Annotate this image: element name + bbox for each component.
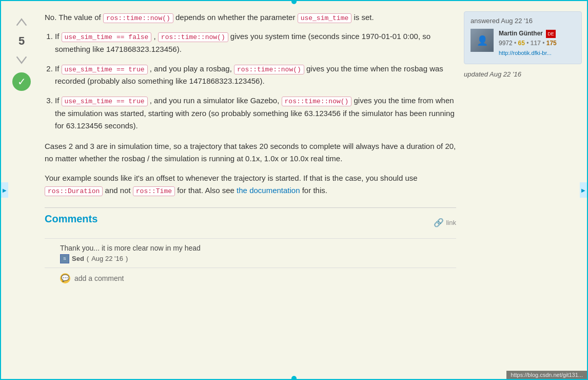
dot3: • xyxy=(542,40,544,47)
intro-text: No. The value of xyxy=(45,13,101,22)
list-item-2: If use_sim_time == true , and you play a… xyxy=(55,63,456,88)
condition-list: If use_sim_time == false , ros::time::no… xyxy=(55,30,456,132)
avatar-image: 👤 xyxy=(471,29,494,52)
para2-start: Your example sounds like it's an offset … xyxy=(45,174,418,182)
accepted-checkmark: ✓ xyxy=(12,72,31,91)
comment-paren-open: ( xyxy=(87,255,89,262)
link-label: link xyxy=(446,219,456,226)
user-flag: DE xyxy=(546,30,556,38)
dot1: • xyxy=(514,40,516,47)
intro-middle: depends on whether the parameter xyxy=(175,13,296,22)
add-comment-icon: 💬 xyxy=(60,273,70,283)
user-stats: 9972 • 65 • 117 • 175 xyxy=(499,39,557,48)
bottom-indicator xyxy=(291,376,297,379)
list3-code2: ros::time::now() xyxy=(282,97,352,106)
paragraph2: Your example sounds like it's an offset … xyxy=(45,172,456,197)
intro-end: is set. xyxy=(354,13,374,22)
add-comment-label: add a comment xyxy=(74,274,124,282)
answer-meta-box: answered Aug 22 '16 👤 Martin Günther DE … xyxy=(464,11,582,64)
user-silver: 117 xyxy=(531,40,541,47)
user-rep: 9972 xyxy=(499,40,513,47)
vote-column: 5 ✓ xyxy=(6,11,37,286)
user-link[interactable]: http://robotik.dfki-br... xyxy=(499,50,552,56)
comment-item-1: Thank you... it is more clear now in my … xyxy=(45,238,456,268)
answer-body: No. The value of ros::time::now() depend… xyxy=(45,11,456,286)
comment-date-1: Aug 22 '16 xyxy=(91,255,123,262)
answered-label: answered Aug 22 '16 xyxy=(471,17,575,25)
list1-code1: use_sim_time == false xyxy=(62,32,152,42)
comment-text-1: Thank you... it is more clear now in my … xyxy=(60,244,456,252)
intro-code2: use_sim_time xyxy=(298,13,352,23)
comment-meta-1: S Sed ( Aug 22 '16 ) xyxy=(60,254,456,263)
user-details: Martin Günther DE 9972 • 65 • 117 • 175 xyxy=(499,29,557,59)
list1-code2: ros::time::now() xyxy=(158,32,228,42)
link-icon: 🔗 xyxy=(434,218,444,227)
right-edge-arrow[interactable]: ▶ xyxy=(580,182,587,198)
user-info: 👤 Martin Günther DE 9972 • 65 • 117 xyxy=(471,29,575,59)
list2-code1: use_sim_time == true xyxy=(62,65,148,74)
documentation-link[interactable]: the documentation xyxy=(237,186,300,195)
code-duration: ros::Duration xyxy=(45,186,103,196)
list2-code2: ros::time::now() xyxy=(234,65,304,74)
list3-code1: use_sim_time == true xyxy=(62,97,148,106)
list-item-1: If use_sim_time == false , ros::time::no… xyxy=(55,30,456,55)
comment-avatar-1: S xyxy=(60,254,69,263)
para2-end: for that. Also see xyxy=(177,186,234,195)
left-edge-arrow[interactable]: ▶ xyxy=(1,182,8,198)
comment-paren-close: ) xyxy=(126,255,128,262)
para2-after: for this. xyxy=(302,186,327,195)
user-gold: 65 xyxy=(518,40,525,47)
list-item-3: If use_sim_time == true , and you run a … xyxy=(55,94,456,132)
comments-title: Comments xyxy=(45,213,97,225)
page-wrapper: ▶ ▶ 5 ✓ No. The value of ros::time::n xyxy=(0,0,588,380)
user-name: Martin Günther xyxy=(499,30,543,37)
right-sidebar: answered Aug 22 '16 👤 Martin Günther DE … xyxy=(464,11,582,286)
user-avatar: 👤 xyxy=(471,29,494,52)
vote-down-button[interactable] xyxy=(12,50,31,68)
add-comment-button[interactable]: 💬 add a comment xyxy=(45,268,456,286)
updated-label: updated Aug 22 '16 xyxy=(464,70,582,78)
user-bronze: 175 xyxy=(546,40,557,47)
intro-code1: ros::time::now() xyxy=(103,13,173,23)
url-bar: https://blog.csdn.net/git131... xyxy=(506,371,587,379)
vote-count: 5 xyxy=(18,34,25,48)
user-name-row: Martin Günther DE xyxy=(499,29,557,39)
comments-section: Comments 🔗 link Thank you... it is more … xyxy=(45,207,456,286)
intro-paragraph: No. The value of ros::time::now() depend… xyxy=(45,11,456,24)
vote-up-button[interactable] xyxy=(12,14,31,32)
comment-user-1: Sed xyxy=(72,255,84,262)
paragraph1: Cases 2 and 3 are in simulation time, so… xyxy=(45,140,456,165)
code-time: ros::Time xyxy=(133,186,175,196)
link-button[interactable]: 🔗 link xyxy=(434,218,456,227)
para2-middle: and not xyxy=(105,186,131,195)
dot2: • xyxy=(526,40,528,47)
